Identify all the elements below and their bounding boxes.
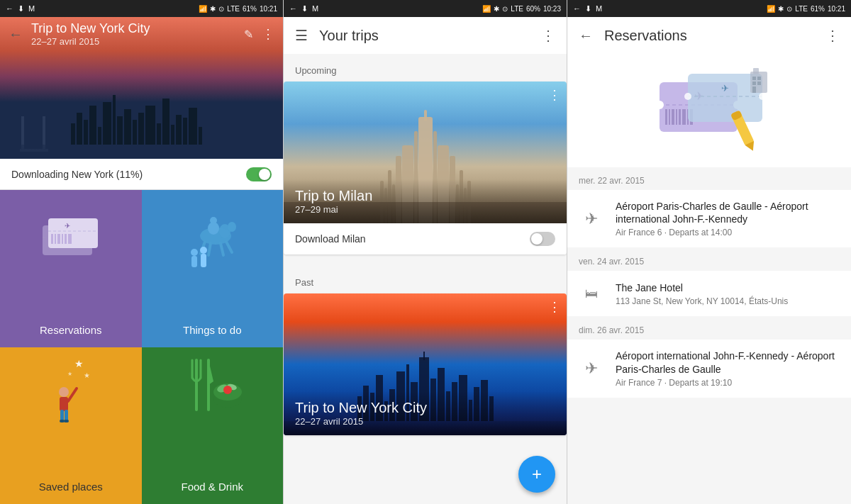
status-right-1: 📶 ✱ ⊙ LTE 61% 10:21: [199, 5, 277, 13]
reservations-illustration: ✈: [35, 211, 106, 261]
svg-rect-8: [62, 234, 63, 244]
svg-rect-23: [201, 254, 206, 267]
tile-things-to-do[interactable]: Things to do: [142, 190, 284, 347]
nyc-dates: 22–27 avril 2015: [295, 416, 555, 427]
status-left-3: ← ⬇ M: [573, 4, 602, 13]
lte-badge-3: LTE: [795, 5, 808, 13]
milan-overlay: Trip to Milan 27–29 mai: [284, 179, 567, 223]
signal-icon-3: 📶: [767, 5, 775, 13]
battery-pct-1: 61%: [243, 5, 257, 13]
svg-point-19: [210, 217, 217, 224]
reservation-details-1: Aéroport Paris-Charles de Gaulle - Aérop…: [616, 200, 840, 237]
svg-rect-70: [752, 86, 756, 93]
bluetooth-icon-2: ✱: [494, 5, 499, 13]
reservation-subtitle-2: 113 Jane St, New York, NY 10014, États-U…: [616, 296, 840, 306]
gmail-icon-status-3: M: [596, 4, 602, 13]
tile-saved-places[interactable]: ★ ★ ★: [0, 347, 142, 505]
more-menu-2[interactable]: ⋮: [541, 27, 555, 44]
bluetooth-icon-3: ✱: [778, 5, 784, 13]
your-trips-title: Your trips: [319, 28, 530, 44]
food-drink-illustration: [177, 353, 247, 427]
milan-more-menu[interactable]: ⋮: [548, 87, 561, 103]
status-bar-1: ← ⬇ M 📶 ✱ ⊙ LTE 61% 10:21: [0, 0, 283, 17]
date-section-2: ven. 24 avr. 2015: [567, 248, 851, 271]
reservations-topbar: ← Reservations ⋮: [567, 17, 851, 54]
svg-rect-69: [757, 82, 761, 85]
back-arrow-status-2: ←: [289, 4, 297, 13]
svg-point-13: [228, 222, 236, 232]
things-to-do-illustration: [169, 197, 255, 271]
reservation-details-2: The Jane Hotel 113 Jane St, New York, NY…: [616, 281, 840, 306]
svg-point-22: [200, 247, 207, 254]
trip-card-nyc[interactable]: Trip to New York City 22–27 avril 2015 ⋮: [284, 293, 567, 435]
hotel-icon: 🛏: [579, 281, 604, 306]
svg-text:★: ★: [84, 371, 90, 379]
svg-rect-7: [57, 234, 60, 244]
edit-icon[interactable]: ✎: [244, 28, 253, 41]
reservation-item-3[interactable]: ✈ Aéroport international John-F.-Kennedy…: [567, 340, 851, 397]
nyc-overlay: Trip to New York City 22–27 avril 2015: [284, 391, 567, 435]
svg-rect-48: [665, 109, 667, 125]
download-toggle[interactable]: [246, 167, 272, 181]
download-text: Downloading New York (11%): [11, 169, 143, 180]
nyc-more-menu[interactable]: ⋮: [548, 299, 561, 315]
battery-pct-2: 60%: [526, 5, 540, 13]
milan-download-label: Download Milan: [295, 233, 366, 245]
tile-food-drink[interactable]: Food & Drink: [142, 347, 284, 505]
reservation-details-3: Aéroport international John-F.-Kennedy -…: [616, 349, 840, 387]
svg-rect-30: [60, 410, 64, 421]
milan-download-row: Download Milan: [284, 223, 567, 254]
tile-things-to-do-label: Things to do: [183, 324, 242, 336]
tile-reservations[interactable]: ✈ Reservations: [0, 190, 142, 347]
back-button-1[interactable]: ←: [9, 26, 23, 43]
reservations-hero-illustration: ✈ ✈: [645, 61, 773, 160]
wifi-icon-3: ⊙: [786, 5, 792, 13]
more-menu-1[interactable]: ⋮: [262, 26, 274, 42]
status-left-1: ← ⬇ M: [6, 4, 35, 13]
gmail-icon-status: M: [28, 4, 35, 13]
svg-rect-53: [682, 109, 686, 125]
status-right-2: 📶 ✱ ⊙ LTE 60% 10:23: [482, 5, 561, 13]
fab-add-trip[interactable]: +: [518, 456, 555, 493]
svg-text:✈: ✈: [721, 83, 729, 94]
trip-title: Trip to New York City: [31, 21, 235, 36]
svg-rect-31: [65, 410, 68, 421]
reservations-hero: ✈ ✈: [567, 54, 851, 167]
svg-point-59: [759, 93, 766, 100]
reservation-title-1: Aéroport Paris-Charles de Gaulle - Aérop…: [616, 200, 840, 225]
reservation-title-2: The Jane Hotel: [616, 281, 840, 294]
svg-rect-10: [68, 234, 72, 244]
milan-title: Trip to Milan: [295, 188, 555, 204]
trips-scroll-area[interactable]: Upcoming: [284, 54, 567, 504]
lte-badge: LTE: [227, 5, 240, 13]
trip-title-block: Trip to New York City 22–27 avril 2015: [31, 21, 235, 47]
tile-saved-places-label: Saved places: [39, 481, 103, 493]
back-arrow-status: ←: [6, 4, 13, 13]
reservation-item-2[interactable]: 🛏 The Jane Hotel 113 Jane St, New York, …: [567, 271, 851, 316]
reservation-item-1[interactable]: ✈ Aéroport Paris-Charles de Gaulle - Aér…: [567, 190, 851, 247]
clock-3: 10:21: [828, 5, 845, 13]
svg-rect-68: [752, 82, 756, 85]
download-icon-status-3: ⬇: [585, 4, 591, 13]
flight-icon-2: ✈: [579, 356, 604, 381]
hamburger-menu[interactable]: ☰: [295, 27, 308, 44]
date-section-3: dim. 26 avr. 2015: [567, 317, 851, 340]
trip-card-milan[interactable]: Trip to Milan 27–29 mai ⋮ Download Milan: [284, 82, 567, 254]
milan-download-toggle[interactable]: [530, 232, 555, 246]
download-icon-status: ⬇: [18, 4, 24, 13]
svg-point-42: [223, 386, 232, 394]
back-button-3[interactable]: ←: [579, 28, 593, 44]
tile-food-drink-label: Food & Drink: [181, 481, 243, 493]
svg-rect-65: [753, 68, 759, 74]
more-menu-3[interactable]: ⋮: [825, 27, 840, 44]
lte-badge-2: LTE: [511, 5, 523, 13]
gmail-icon-status-2: M: [312, 4, 318, 13]
milan-dates: 27–29 mai: [295, 204, 555, 215]
trip-topbar: ← Trip to New York City 22–27 avril 2015…: [0, 17, 283, 51]
trips-body-container: Upcoming: [284, 54, 567, 504]
date-label-3: dim. 26 avr. 2015: [579, 325, 644, 335]
milan-hero-image: Trip to Milan 27–29 mai ⋮: [284, 82, 567, 223]
reservations-scroll-area[interactable]: ✈ ✈: [567, 54, 851, 504]
date-label-1: mer. 22 avr. 2015: [579, 176, 645, 186]
fab-plus-icon: +: [532, 464, 542, 484]
